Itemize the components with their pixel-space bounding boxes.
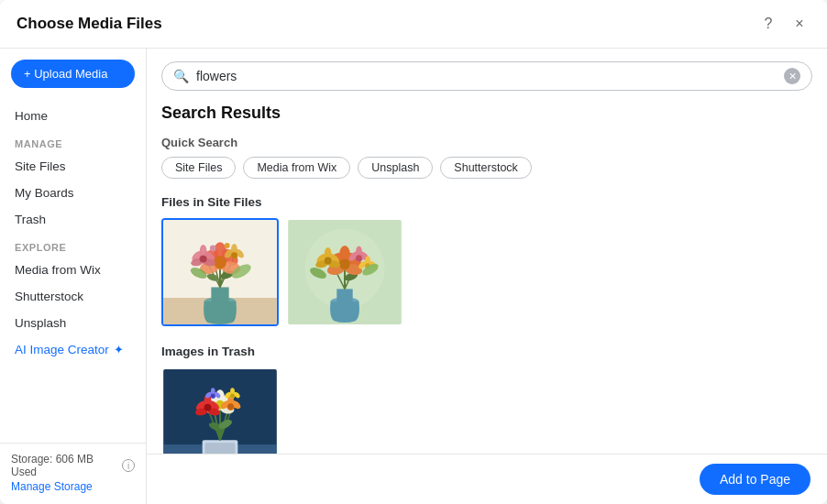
- results-title: Search Results: [161, 104, 812, 123]
- sidebar-section-explore: EXPLORE: [0, 233, 146, 257]
- dialog-header: Choose Media Files ? ×: [0, 0, 827, 49]
- sparkle-icon: ✦: [114, 343, 124, 356]
- svg-point-29: [231, 252, 237, 258]
- chip-shutterstock[interactable]: Shutterstock: [440, 157, 531, 179]
- files-in-site-files-title: Files in Site Files: [161, 195, 812, 209]
- dialog-title: Choose Media Files: [17, 15, 162, 33]
- site-files-grid: [161, 218, 812, 326]
- sidebar-item-site-files[interactable]: Site Files: [0, 153, 146, 180]
- sidebar-item-media-from-wix[interactable]: Media from Wix: [0, 257, 146, 283]
- sidebar-item-home[interactable]: Home: [0, 103, 146, 129]
- sidebar-item-unsplash[interactable]: Unsplash: [0, 310, 146, 336]
- chip-media-from-wix[interactable]: Media from Wix: [243, 157, 350, 179]
- sidebar-section-manage: MANAGE: [0, 129, 146, 153]
- svg-point-102: [211, 394, 215, 399]
- sidebar-storage: Storage: 606 MB Used i Manage Storage: [0, 443, 146, 504]
- search-bar: 🔍 ✕: [161, 61, 812, 91]
- storage-label: Storage: 606 MB Used: [11, 453, 118, 478]
- help-button[interactable]: ?: [757, 13, 779, 35]
- storage-info-icon[interactable]: i: [122, 459, 135, 472]
- results-area: Search Results Quick Search Site Files M…: [147, 91, 827, 454]
- svg-point-107: [230, 394, 235, 399]
- chip-site-files[interactable]: Site Files: [161, 157, 236, 179]
- sidebar-item-my-boards[interactable]: My Boards: [0, 180, 146, 206]
- upload-media-button[interactable]: + Upload Media: [11, 60, 135, 88]
- ai-image-creator-label: AI Image Creator: [15, 343, 109, 356]
- svg-rect-71: [205, 443, 236, 454]
- site-file-thumb-2[interactable]: [286, 218, 403, 326]
- search-bar-wrap: 🔍 ✕: [147, 49, 827, 91]
- search-icon: 🔍: [173, 69, 189, 83]
- svg-rect-37: [336, 289, 352, 302]
- svg-rect-3: [211, 287, 228, 302]
- site-file-thumb-1[interactable]: [161, 218, 279, 326]
- search-input[interactable]: [196, 69, 777, 83]
- sidebar: + Upload Media Home MANAGE Site Files My…: [0, 49, 147, 504]
- trash-files-grid: [161, 367, 812, 454]
- close-button[interactable]: ×: [788, 13, 810, 35]
- images-in-trash-section: Images in Trash: [161, 345, 812, 454]
- sidebar-item-trash[interactable]: Trash: [0, 206, 146, 233]
- sidebar-item-ai-image-creator[interactable]: AI Image Creator ✦: [0, 336, 146, 363]
- svg-point-55: [325, 257, 332, 265]
- sidebar-item-shutterstock[interactable]: Shutterstock: [0, 283, 146, 310]
- manage-storage-link[interactable]: Manage Storage: [11, 480, 135, 493]
- svg-point-97: [227, 403, 234, 410]
- dialog-body: + Upload Media Home MANAGE Site Files My…: [0, 49, 827, 504]
- files-in-site-files-section: Files in Site Files: [161, 195, 812, 326]
- quick-search-section: Quick Search Site Files Media from Wix U…: [161, 136, 812, 179]
- add-to-page-button[interactable]: Add to Page: [700, 464, 810, 495]
- svg-point-48: [339, 259, 350, 270]
- search-clear-button[interactable]: ✕: [784, 68, 800, 84]
- svg-point-24: [200, 256, 207, 263]
- dialog-header-actions: ? ×: [757, 13, 810, 35]
- quick-search-label: Quick Search: [161, 136, 812, 149]
- images-in-trash-title: Images in Trash: [161, 345, 812, 358]
- chips-container: Site Files Media from Wix Unsplash Shutt…: [161, 157, 812, 179]
- svg-point-60: [356, 255, 362, 261]
- trash-file-thumb-1[interactable]: [161, 367, 279, 454]
- svg-point-92: [204, 404, 212, 411]
- main-content: 🔍 ✕ Search Results Quick Search Site Fil…: [147, 49, 827, 504]
- svg-point-17: [214, 257, 226, 269]
- chip-unsplash[interactable]: Unsplash: [358, 157, 433, 179]
- svg-point-30: [210, 246, 216, 252]
- svg-point-31: [225, 243, 230, 248]
